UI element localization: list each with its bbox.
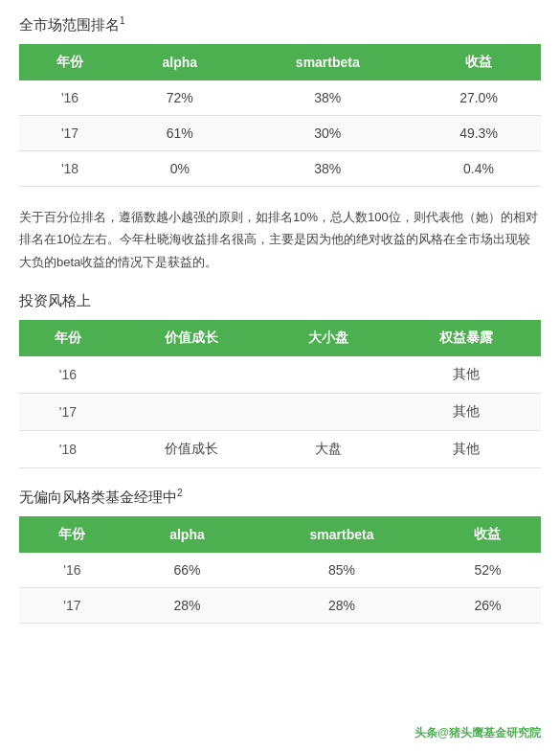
table-cell: '17: [19, 116, 121, 151]
table-row: '1728%28%26%: [19, 588, 541, 624]
table-cell: '17: [19, 394, 117, 431]
table-cell: 27.0%: [416, 80, 541, 116]
table-cell: 38%: [239, 80, 416, 116]
section3-superscript: 2: [177, 488, 183, 498]
table-cell: 30%: [239, 116, 416, 151]
table-cell: 49.3%: [416, 116, 541, 151]
section3-title-text: 无偏向风格类基金经理中: [19, 489, 177, 505]
table-cell: 其他: [391, 394, 541, 431]
section3-title: 无偏向风格类基金经理中2: [19, 488, 541, 507]
table-cell: 26%: [435, 588, 541, 624]
table-row: '1761%30%49.3%: [19, 116, 541, 151]
table-cell: 0.4%: [416, 151, 541, 187]
table-row: '1672%38%27.0%: [19, 80, 541, 116]
market-rank-table: 年份 alpha smartbeta 收益 '1672%38%27.0%'176…: [19, 44, 541, 187]
table-cell: 其他: [391, 431, 541, 468]
section1-title-text: 全市场范围排名: [19, 16, 120, 33]
section-investment-style: 投资风格上 年份 价值成长 大小盘 权益暴露 '16其他'17其他'18价值成长…: [19, 292, 541, 468]
table-cell: [267, 394, 391, 431]
col3-year: 年份: [19, 516, 125, 553]
description-text: 关于百分位排名，遵循数越小越强的原则，如排名10%，总人数100位，则代表他（她…: [19, 206, 541, 273]
footer: 头条@猪头鹰基金研究院: [414, 725, 541, 741]
table-cell: 38%: [239, 151, 416, 187]
table-cell: [267, 356, 391, 394]
description-section: 关于百分位排名，遵循数越小越强的原则，如排名10%，总人数100位，则代表他（她…: [19, 206, 541, 273]
footer-text: 头条@猪头鹰基金研究院: [414, 726, 541, 740]
table-cell: 28%: [125, 588, 249, 624]
table-cell: '17: [19, 588, 125, 624]
col2-value-growth: 价值成长: [117, 320, 267, 356]
table-row: '16其他: [19, 356, 541, 394]
table-cell: '18: [19, 431, 117, 468]
table-cell: 66%: [125, 553, 249, 588]
table-cell: 72%: [121, 80, 239, 116]
col-return: 收益: [416, 44, 541, 80]
table-row: '18价值成长大盘其他: [19, 431, 541, 468]
table-cell: 28%: [249, 588, 435, 624]
table-row: '1666%85%52%: [19, 553, 541, 588]
section1-title: 全市场范围排名1: [19, 15, 541, 34]
table-cell: 0%: [121, 151, 239, 187]
col-alpha: alpha: [121, 44, 239, 80]
table-cell: '16: [19, 80, 121, 116]
table-cell: '16: [19, 553, 125, 588]
section-market-rank: 全市场范围排名1 年份 alpha smartbeta 收益 '1672%38%…: [19, 15, 541, 187]
table-cell: 52%: [435, 553, 541, 588]
col-year: 年份: [19, 44, 121, 80]
table2-header-row: 年份 价值成长 大小盘 权益暴露: [19, 320, 541, 356]
col2-year: 年份: [19, 320, 117, 356]
col-smartbeta: smartbeta: [239, 44, 416, 80]
col2-size: 大小盘: [267, 320, 391, 356]
table-row: '17其他: [19, 394, 541, 431]
table-cell: 其他: [391, 356, 541, 394]
table-cell: [117, 356, 267, 394]
col2-equity: 权益暴露: [391, 320, 541, 356]
table-cell: '16: [19, 356, 117, 394]
investment-style-table: 年份 价值成长 大小盘 权益暴露 '16其他'17其他'18价值成长大盘其他: [19, 320, 541, 468]
table-cell: '18: [19, 151, 121, 187]
table-cell: 85%: [249, 553, 435, 588]
section1-superscript: 1: [120, 15, 125, 26]
table-cell: 价值成长: [117, 431, 267, 468]
section-unbiased-manager: 无偏向风格类基金经理中2 年份 alpha smartbeta 收益 '1666…: [19, 488, 541, 624]
unbiased-manager-table: 年份 alpha smartbeta 收益 '1666%85%52%'1728%…: [19, 516, 541, 624]
col3-smartbeta: smartbeta: [249, 516, 435, 553]
section2-title: 投资风格上: [19, 292, 541, 310]
table3-header-row: 年份 alpha smartbeta 收益: [19, 516, 541, 553]
col3-alpha: alpha: [125, 516, 249, 553]
col3-return: 收益: [435, 516, 541, 553]
table-cell: [117, 394, 267, 431]
table-row: '180%38%0.4%: [19, 151, 541, 187]
table-header-row: 年份 alpha smartbeta 收益: [19, 44, 541, 80]
table-cell: 61%: [121, 116, 239, 151]
table-cell: 大盘: [267, 431, 391, 468]
